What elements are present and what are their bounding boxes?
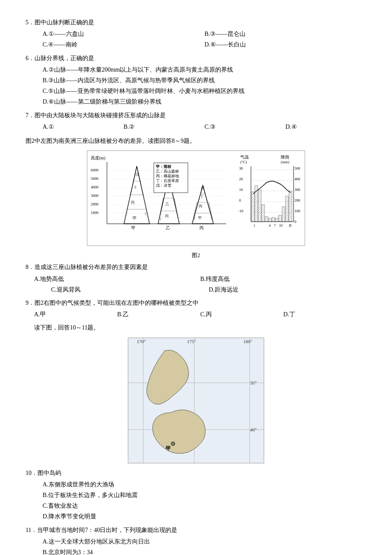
q5-text: 图中山脉判断正确的是 bbox=[35, 19, 94, 26]
q10-option-b: B.位于板块生长边界，多火山和地震 bbox=[43, 490, 366, 500]
q11-options: A.这一天全球大部分地区从东北方向日出 B.北京时间为3：34 bbox=[26, 536, 366, 555]
svg-text:乙: 乙 bbox=[165, 202, 169, 206]
question-5: 5．图中山脉判断正确的是 A.①——六盘山 B.③——昆仑山 C.④——南岭 D… bbox=[26, 17, 366, 50]
question-9: 9．图2右图中的气候类型，可能出现在左图中的哪种植被类型之中 A.甲 B.乙 C… bbox=[26, 298, 366, 320]
svg-text:175°: 175° bbox=[187, 339, 196, 344]
q7-option-c: C.③ bbox=[205, 121, 285, 132]
q5-option-d: D.⑥——长白山 bbox=[205, 39, 366, 50]
q10-option-a: A.东侧形成世界性的大渔场 bbox=[43, 479, 366, 490]
q9-option-c: C.丙 bbox=[200, 309, 283, 320]
q9-options: A.甲 B.乙 C.丙 D.丁 bbox=[26, 309, 366, 320]
q11-option-b: B.北京时间为3：34 bbox=[43, 547, 366, 555]
q11-title: 11．当甲城市当地时间7：40日出时，下列现象能出现的是 bbox=[26, 525, 366, 535]
svg-text:1: 1 bbox=[254, 224, 255, 228]
question-11: 11．当甲城市当地时间7：40日出时，下列现象能出现的是 A.这一天全球大部分地… bbox=[26, 525, 366, 555]
q11-text: 当甲城市当地时间7：40日出时，下列现象能出现的是 bbox=[37, 527, 177, 533]
figure2-container: 高度(m) 6000 5000 4000 3000 2000 1000 bbox=[26, 150, 366, 246]
svg-text:0: 0 bbox=[239, 198, 241, 202]
fig2-caption: 图2 bbox=[26, 250, 366, 260]
svg-text:戊: 戊 bbox=[201, 186, 205, 190]
q9-option-a: A.甲 bbox=[34, 309, 117, 320]
q5-options: A.①——六盘山 B.③——昆仑山 C.④——南岭 D.⑥——长白山 bbox=[26, 29, 366, 50]
q9-option-b: B.乙 bbox=[117, 309, 200, 320]
svg-text:丁：石质草原: 丁：石质草原 bbox=[156, 179, 179, 183]
svg-rect-94 bbox=[289, 191, 292, 222]
svg-text:戊: 戊 bbox=[135, 172, 139, 176]
svg-text:30: 30 bbox=[239, 166, 243, 171]
svg-text:甲: 甲 bbox=[198, 216, 202, 220]
svg-rect-89 bbox=[272, 217, 275, 222]
question-8: 8．造成这三座山脉植被分布差异的主要因素是 A.地势高低 B.纬度高低 C.迎风… bbox=[26, 262, 366, 295]
svg-text:Z: Z bbox=[134, 185, 137, 189]
q5-number: 5． bbox=[26, 19, 35, 26]
svg-text:T: T bbox=[193, 216, 196, 220]
q5-option-b: B.③——昆仑山 bbox=[205, 29, 366, 39]
q8-option-d: D.距海远近 bbox=[209, 284, 366, 295]
intro2: 图2中左图为南美洲三座山脉植被分布的差异。读图回答8～9题。 bbox=[26, 136, 366, 146]
svg-text:180°: 180° bbox=[243, 339, 252, 344]
svg-point-114 bbox=[173, 443, 174, 444]
svg-rect-93 bbox=[285, 196, 288, 222]
svg-text:乙: 乙 bbox=[166, 225, 170, 230]
q8-option-c: C.迎风背风 bbox=[51, 284, 209, 295]
q5-option-c: C.④——南岭 bbox=[43, 39, 205, 50]
svg-text:月: 月 bbox=[288, 224, 292, 228]
svg-text:300: 300 bbox=[294, 188, 300, 192]
q6-option-b: B.③山脉——内流区与外流区、高原气候与热带季风气候区的界线 bbox=[43, 75, 366, 86]
q7-option-b: B.② bbox=[124, 121, 205, 132]
svg-text:7: 7 bbox=[274, 224, 276, 228]
q7-option-d: D.④ bbox=[285, 121, 366, 132]
q9-number: 9． bbox=[26, 300, 35, 306]
q6-title: 6．山脉分界线，正确的是 bbox=[26, 53, 366, 64]
svg-text:1000: 1000 bbox=[91, 211, 99, 215]
q9-option-d: D.丁 bbox=[283, 309, 366, 320]
q10-title: 10．图中岛屿 bbox=[26, 468, 366, 478]
svg-text:10: 10 bbox=[279, 224, 282, 228]
question-6: 6．山脉分界线，正确的是 A.②山脉——年降水量200mm以上与以下、内蒙古高原… bbox=[26, 53, 366, 107]
q6-option-d: D.⑥山脉——第二级阶梯与第三级阶梯分界线 bbox=[43, 96, 366, 107]
q8-options: A.地势高低 B.纬度高低 bbox=[26, 274, 366, 284]
svg-text:4: 4 bbox=[269, 224, 271, 228]
q10-number: 10． bbox=[26, 470, 37, 476]
q11-number: 11． bbox=[26, 527, 37, 533]
svg-text:甲: 甲 bbox=[133, 216, 137, 220]
svg-text:T: T bbox=[210, 216, 213, 220]
question-7: 7．图中由大陆板块与大陆板块碰撞挤压形成的山脉是 A.① B.② C.③ D.④ bbox=[26, 110, 366, 132]
q6-options: A.②山脉——年降水量200mm以上与以下、内蒙古高原与黄土高原的界线 B.③山… bbox=[26, 64, 366, 107]
q7-options: A.① B.② C.③ D.④ bbox=[26, 121, 366, 132]
svg-rect-91 bbox=[279, 215, 282, 222]
q9-title: 9．图2右图中的气候类型，可能出现在左图中的哪种植被类型之中 bbox=[26, 298, 366, 308]
svg-text:甲: 甲 bbox=[166, 445, 171, 451]
svg-text:5000: 5000 bbox=[91, 176, 99, 181]
q10-option-d: D.降水季节变化明显 bbox=[43, 511, 366, 522]
svg-text:40°: 40° bbox=[250, 427, 257, 432]
svg-text:甲: 甲 bbox=[131, 225, 135, 230]
q7-title: 7．图中由大陆板块与大陆板块碰撞挤压形成的山脉是 bbox=[26, 110, 366, 121]
climate-chart: 气温 (°C) 降雨 (mm) 30 20 10 0 -10 500 400 3… bbox=[238, 153, 302, 243]
svg-text:气温: 气温 bbox=[240, 155, 249, 159]
svg-rect-85 bbox=[258, 190, 261, 222]
svg-text:戊：冰雪: 戊：冰雪 bbox=[156, 183, 171, 188]
svg-text:T: T bbox=[159, 217, 162, 221]
q8-number: 8． bbox=[26, 264, 35, 270]
svg-rect-88 bbox=[268, 218, 271, 222]
svg-text:170°: 170° bbox=[137, 339, 146, 344]
svg-text:丙: 丙 bbox=[199, 204, 202, 208]
svg-text:降雨: 降雨 bbox=[281, 155, 289, 159]
q5-option-a: A.①——六盘山 bbox=[43, 29, 205, 39]
svg-text:丙: 丙 bbox=[131, 200, 135, 205]
map-figure-container: 170° 175° 180° 35° 40° 甲 bbox=[26, 338, 366, 463]
question-10: 10．图中岛屿 A.东侧形成世界性的大渔场 B.位于板块生长边界，多火山和地震 … bbox=[26, 468, 366, 522]
svg-text:0: 0 bbox=[294, 220, 297, 224]
q5-title: 5．图中山脉判断正确的是 bbox=[26, 17, 366, 28]
svg-text:丁: 丁 bbox=[200, 194, 204, 199]
svg-text:(°C): (°C) bbox=[240, 160, 247, 164]
svg-text:100: 100 bbox=[294, 209, 300, 213]
svg-text:500: 500 bbox=[294, 166, 300, 171]
q9-text: 图2右图中的气候类型，可能出现在左图中的哪种植被类型之中 bbox=[35, 300, 199, 306]
q11-option-a: A.这一天全球大部分地区从东北方向日出 bbox=[43, 536, 366, 547]
svg-text:丙：稀疏林地: 丙：稀疏林地 bbox=[156, 174, 179, 178]
svg-text:(mm): (mm) bbox=[281, 160, 289, 164]
svg-text:6000: 6000 bbox=[91, 168, 99, 172]
svg-rect-92 bbox=[282, 207, 285, 222]
